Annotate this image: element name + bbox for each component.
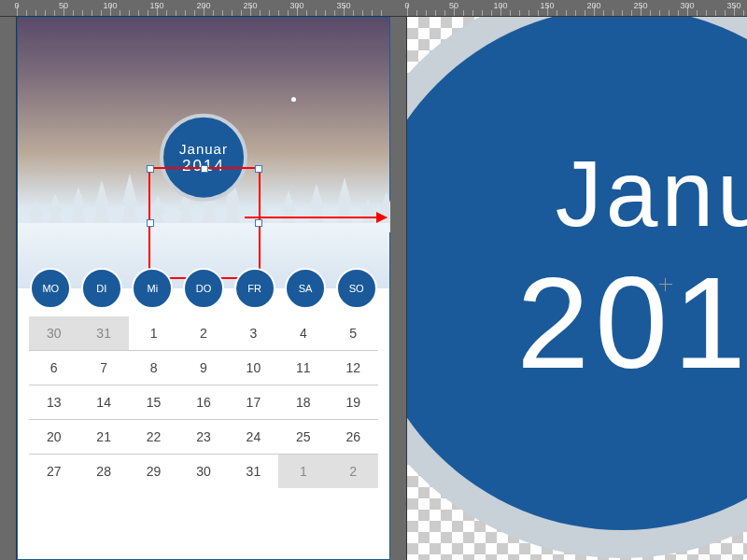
calendar-cell[interactable]: 19 [329,385,378,419]
month-title-circle[interactable]: Januar 2014 [160,114,247,202]
calendar-cell[interactable]: 27 [29,455,78,488]
calendar-cell[interactable]: 1 [278,455,328,488]
right-editor-panel: 050100150200250300350 Janua 2014 [390,0,747,560]
calendar-cell[interactable]: 2 [178,316,228,350]
weekday-circle: DO [183,268,224,309]
calendar-cell[interactable]: 8 [129,351,178,385]
calendar-cell[interactable]: 18 [278,385,328,419]
calendar-cell[interactable]: 20 [29,420,78,454]
calendar-cell[interactable]: 3 [229,316,278,350]
calendar-row: 20212223242526 [29,420,378,455]
weekday-circle: Mi [132,268,173,309]
left-editor-panel: 050100150200250300350 Januar 2014 [0,0,390,560]
calendar-cell[interactable]: 12 [329,351,378,385]
calendar-cell[interactable]: 29 [129,455,178,488]
calendar-cell[interactable]: 2 [329,455,378,488]
calendar-cell[interactable]: 16 [178,385,228,419]
weekday-circle: SA [285,268,326,309]
horizontal-ruler: 050100150200250300350 [0,0,390,17]
ruler-tick-label: 300 [289,1,303,10]
weekday-circle: MO [30,268,71,309]
moon-icon [291,97,296,102]
calendar-cell[interactable]: 31 [78,316,128,350]
calendar-cell[interactable]: 31 [229,455,278,488]
horizontal-ruler: 050100150200250300350 [390,0,747,17]
calendar-row: 6789101112 [29,351,378,385]
ruler-tick-label: 200 [586,1,600,10]
weekday-circle: SO [336,268,377,309]
ruler-tick-label: 200 [196,1,210,10]
calendar-cell[interactable]: 28 [78,455,128,488]
calendar-cell[interactable]: 10 [229,351,278,385]
weekday-circle: FR [234,268,275,309]
weekday-circle: DI [81,268,122,309]
calendar-cell[interactable]: 4 [278,316,328,350]
calendar-cell[interactable]: 26 [329,420,378,454]
zoom-canvas[interactable]: Janua 2014 [407,17,747,560]
calendar-cell[interactable]: 11 [278,351,328,385]
calendar-cell[interactable]: 13 [29,385,78,419]
year-label: 2014 [182,156,225,175]
ruler-tick-label: 350 [726,1,740,10]
zoom-month-label: Janua [556,140,747,247]
calendar-cell[interactable]: 24 [229,420,278,454]
ruler-tick-label: 0 [14,1,19,10]
calendar-cell[interactable]: 15 [129,385,178,419]
ruler-tick-label: 250 [633,1,647,10]
ruler-tick-label: 350 [336,1,350,10]
calendar-cell[interactable]: 30 [178,455,228,488]
calendar-grid: 3031123456789101112131415161718192021222… [18,309,389,496]
calendar-cell[interactable]: 17 [229,385,278,419]
ruler-tick-label: 250 [243,1,257,10]
ruler-tick-label: 0 [404,1,409,10]
calendar-cell[interactable]: 7 [78,351,128,385]
calendar-canvas[interactable]: Januar 2014 MODIMiDOFRSASO 3031123456789… [17,17,390,560]
calendar-cell[interactable]: 5 [329,316,378,350]
calendar-row: 303112345 [29,316,378,351]
calendar-cell[interactable]: 6 [29,351,78,385]
right-workspace[interactable]: Janua 2014 [407,17,747,560]
ruler-tick-label: 300 [680,1,694,10]
calendar-cell[interactable]: 14 [78,385,128,419]
calendar-cell[interactable]: 25 [278,420,328,454]
vertical-ruler [0,17,17,560]
calendar-cell[interactable]: 23 [178,420,228,454]
ruler-tick-label: 50 [449,1,458,10]
calendar-cell[interactable]: 22 [129,420,178,454]
calendar-row: 272829303112 [29,455,378,488]
calendar-cell[interactable]: 21 [78,420,128,454]
arrow-annotation [245,217,387,218]
hero-image: Januar 2014 [18,18,389,288]
ruler-tick-label: 150 [149,1,163,10]
calendar-cell[interactable]: 9 [178,351,228,385]
weekday-row: MODIMiDOFRSASO [18,268,389,309]
month-label: Januar [179,140,228,156]
ruler-tick-label: 50 [59,1,68,10]
calendar-cell[interactable]: 30 [29,316,78,350]
calendar-cell[interactable]: 1 [129,316,178,350]
inner-circle[interactable]: Janua 2014 [407,17,747,530]
zoom-year-label: 2014 [516,247,747,399]
calendar-row: 13141516171819 [29,385,378,420]
vertical-ruler [390,17,407,560]
left-workspace[interactable]: Januar 2014 MODIMiDOFRSASO 3031123456789… [17,17,390,560]
ruler-tick-label: 150 [540,1,554,10]
ruler-tick-label: 100 [493,1,507,10]
ruler-tick-label: 100 [103,1,117,10]
